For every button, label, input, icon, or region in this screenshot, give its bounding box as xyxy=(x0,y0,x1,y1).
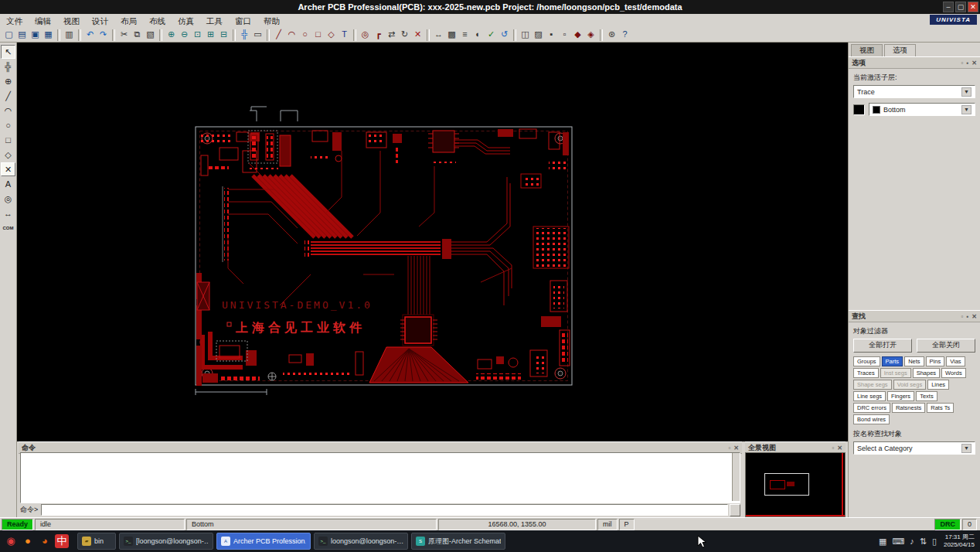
volume-icon[interactable]: ♪ xyxy=(910,537,914,546)
menu-item[interactable]: 文件 xyxy=(0,15,29,28)
command-scrollbar[interactable] xyxy=(732,453,740,501)
zoom-previous-icon[interactable]: ⊟ xyxy=(217,29,230,41)
filter-button[interactable]: DRC errors xyxy=(853,403,890,413)
filter-button[interactable]: Inst segs xyxy=(880,368,911,378)
cut-icon[interactable]: ✂ xyxy=(117,29,131,41)
taskbar-window-button[interactable]: >_ [loongson@loongson-… xyxy=(119,533,213,550)
dock-icon[interactable]: ▫ xyxy=(728,445,730,451)
dock-icon[interactable]: ▫ xyxy=(832,445,834,451)
pan-tool[interactable]: ╬ xyxy=(1,60,15,73)
menu-item[interactable]: 编辑 xyxy=(29,15,57,28)
taskbar-clock[interactable]: 17:31 周二 2025/04/15 xyxy=(944,533,975,549)
close-icon[interactable]: ✕ xyxy=(837,445,842,451)
close-button[interactable]: ✕ xyxy=(968,2,978,12)
layer-color-swatch[interactable] xyxy=(853,104,865,115)
filter-button[interactable]: Ratsnests xyxy=(892,403,925,413)
wire-tool[interactable]: ╱ xyxy=(1,89,15,103)
right-panel-tab[interactable]: 选项 xyxy=(884,44,916,56)
filter-button[interactable]: Shapes xyxy=(913,368,940,378)
filter-button[interactable]: Rats Ts xyxy=(927,403,954,413)
menu-item[interactable]: 设计 xyxy=(86,15,114,28)
add-polygon-icon[interactable]: ◇ xyxy=(325,29,338,41)
add-rect-icon[interactable]: □ xyxy=(311,29,325,41)
filter-button[interactable]: Void segs xyxy=(893,380,927,390)
filter-button[interactable]: Vias xyxy=(946,356,965,366)
pin-icon[interactable]: ▪ xyxy=(966,313,968,320)
polygon-tool[interactable]: ◇ xyxy=(1,148,15,162)
paste-icon[interactable]: ▧ xyxy=(144,29,157,41)
command-input[interactable] xyxy=(41,504,728,516)
battery-icon[interactable]: ▯ xyxy=(932,537,937,547)
com-tool[interactable]: COM xyxy=(1,221,15,235)
dock-icon[interactable]: ▫ xyxy=(961,60,964,66)
layer-class-select[interactable]: Trace ▼ xyxy=(853,85,975,98)
grid-icon[interactable]: ▩ xyxy=(445,29,458,41)
zoom-out-icon[interactable]: ⊖ xyxy=(178,29,191,41)
print-icon[interactable]: ▥ xyxy=(63,29,76,41)
filter-button[interactable]: Fingers xyxy=(887,391,914,401)
all-on-button[interactable]: 全部打开 xyxy=(853,339,912,353)
open-file-icon[interactable]: ▤ xyxy=(15,29,29,41)
layers-icon[interactable]: ≡ xyxy=(458,29,471,41)
minimap-viewport[interactable] xyxy=(764,473,809,496)
toggle-shapes-icon[interactable]: ◈ xyxy=(584,29,597,41)
find-category-select[interactable]: Select a Category ▼ xyxy=(853,441,975,455)
circle-tool[interactable]: ○ xyxy=(1,118,15,132)
right-panel-tab[interactable]: 视图 xyxy=(851,44,883,56)
save-all-icon[interactable]: ▦ xyxy=(42,29,55,41)
software-center-icon[interactable]: ◕ xyxy=(38,534,52,548)
filter-button[interactable]: Nets xyxy=(904,356,924,366)
cross-probe-tool[interactable]: ✕ xyxy=(1,162,15,176)
close-icon[interactable]: ✕ xyxy=(971,60,977,66)
toggle-vias-icon[interactable]: ◆ xyxy=(571,29,584,41)
menu-item[interactable]: 仿真 xyxy=(172,15,200,28)
filter-button[interactable]: Shape segs xyxy=(853,380,892,390)
select-tool[interactable]: ↖ xyxy=(1,45,15,59)
taskbar-window-button[interactable]: >_ loongson@loongson-… xyxy=(314,533,408,550)
firefox-icon[interactable]: ● xyxy=(21,534,35,548)
layer-select[interactable]: Bottom ▼ xyxy=(869,103,975,116)
via-tool[interactable]: ◎ xyxy=(1,192,15,206)
rotate-icon[interactable]: ↻ xyxy=(398,29,411,41)
rect-tool[interactable]: □ xyxy=(1,133,15,147)
mirror-icon[interactable]: ⇄ xyxy=(385,29,398,41)
settings-icon[interactable]: ⊛ xyxy=(605,29,618,41)
help-icon[interactable]: ? xyxy=(618,29,631,41)
filter-button[interactable]: Pins xyxy=(926,356,945,366)
refresh-icon[interactable]: ↺ xyxy=(498,29,511,41)
save-file-icon[interactable]: ▣ xyxy=(29,29,42,41)
filter-button[interactable]: Texts xyxy=(916,391,937,401)
add-text-icon[interactable]: T xyxy=(338,29,351,41)
filter-button[interactable]: Words xyxy=(941,368,966,378)
dock-icon[interactable]: ▫ xyxy=(961,313,964,320)
pan-icon[interactable]: ╬ xyxy=(238,29,251,41)
menu-item[interactable]: 视图 xyxy=(57,15,86,28)
filter-button[interactable]: Line segs xyxy=(853,391,886,401)
zoom-fit-icon[interactable]: ⊡ xyxy=(191,29,204,41)
select-window-icon[interactable]: ▭ xyxy=(251,29,264,41)
close-icon[interactable]: ✕ xyxy=(733,445,739,451)
add-via-icon[interactable]: ◎ xyxy=(359,29,372,41)
close-icon[interactable]: ✕ xyxy=(971,313,977,320)
menu-item[interactable]: 窗口 xyxy=(229,15,257,28)
drc-check-icon[interactable]: ✓ xyxy=(485,29,498,41)
measure-tool[interactable]: ↔ xyxy=(1,206,15,220)
zoom-tool[interactable]: ⊕ xyxy=(1,74,15,88)
highlight-icon[interactable]: ◐ xyxy=(471,29,485,41)
menu-item[interactable]: 布线 xyxy=(143,15,172,28)
keyboard-icon[interactable]: ⌨ xyxy=(892,537,904,547)
taskbar-window-button[interactable]: ▰ bin xyxy=(77,533,116,550)
arc-tool[interactable]: ◠ xyxy=(1,104,15,118)
taskbar-window-button[interactable]: A Archer PCB Profession… xyxy=(216,533,311,550)
filter-button[interactable]: Traces xyxy=(853,368,879,378)
toggle-layers-icon[interactable]: ◫ xyxy=(519,29,532,41)
undo-icon[interactable]: ↶ xyxy=(83,29,97,41)
command-output[interactable] xyxy=(20,452,740,503)
route-icon[interactable]: ┏ xyxy=(372,29,385,41)
add-circle-icon[interactable]: ○ xyxy=(298,29,311,41)
delete-icon[interactable]: ✕ xyxy=(411,29,424,41)
menu-item[interactable]: 帮助 xyxy=(257,15,286,28)
filter-button[interactable]: Bond wires xyxy=(853,414,890,424)
taskbar-window-button[interactable]: S 原理图-Archer Schemat… xyxy=(411,533,505,550)
pin-icon[interactable]: ▪ xyxy=(966,60,968,66)
